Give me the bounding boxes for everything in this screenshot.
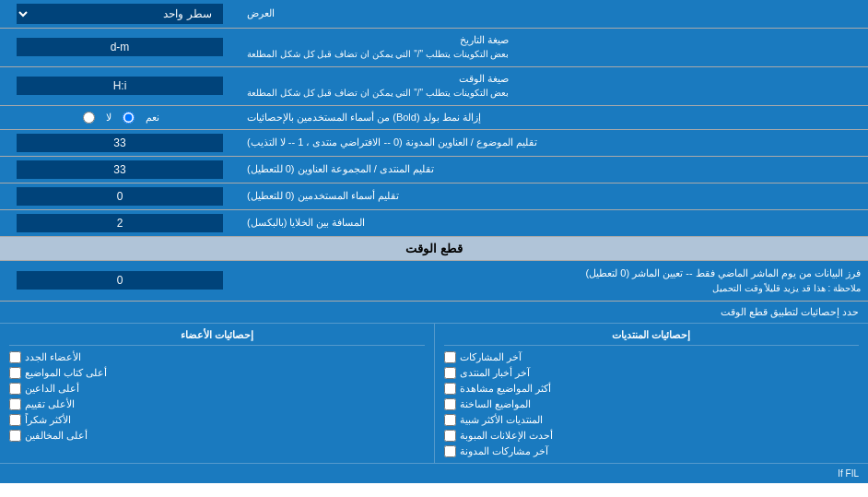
member-stats-header: إحصائيات الأعضاء	[9, 327, 425, 346]
checkbox-hot-topics: المواضيع الساخنة	[444, 396, 860, 412]
time-format-row: صيغة الوقتبعض التكوينات يتطلب "/" التي ي…	[0, 67, 868, 106]
col-divider	[434, 324, 435, 463]
topics-titles-row: تقليم الموضوع / العناوين المدونة (0 -- ا…	[0, 130, 868, 157]
realtime-section-header: قطع الوقت	[0, 237, 868, 261]
checkbox-top-inviters-input[interactable]	[9, 383, 21, 395]
top-row: العرض سطر واحد سطرين ثلاثة أسطر	[0, 0, 868, 29]
cell-spacing-field[interactable]	[17, 214, 222, 232]
bold-remove-options: نعم لا	[0, 106, 240, 129]
checkbox-top-inviters: أعلى الداعين	[9, 381, 425, 396]
usernames-field[interactable]	[17, 187, 222, 206]
checkbox-similar-forums-input[interactable]	[444, 414, 456, 426]
checkbox-section: إحصائيات المنتديات آخر المشاركات آخر أخب…	[0, 324, 868, 463]
checkbox-top-violators-input[interactable]	[9, 430, 21, 442]
realtime-field[interactable]	[17, 271, 222, 290]
checkbox-similar-forums: المنتديات الأكثر شبية	[444, 412, 860, 428]
checkbox-forum-news: آخر أخبار المنتدى	[444, 365, 860, 381]
bold-yes-radio[interactable]	[123, 112, 135, 124]
checkbox-hot-topics-input[interactable]	[444, 398, 456, 410]
cell-spacing-label: المسافة بين الخلايا (بالبكسل)	[240, 210, 868, 236]
stats-apply-spacer	[0, 302, 240, 323]
forum-group-field[interactable]	[17, 160, 222, 179]
date-format-input[interactable]	[0, 29, 240, 66]
date-format-label: صيغة التاريخبعض التكوينات يتطلب "/" التي…	[240, 29, 868, 66]
checkbox-new-members-input[interactable]	[9, 351, 21, 363]
checkbox-blog-posts-input[interactable]	[444, 445, 456, 457]
usernames-row: تقليم أسماء المستخدمين (0 للتعطيل)	[0, 183, 868, 210]
checkbox-top-violators: أعلى المخالفين	[9, 428, 425, 444]
checkbox-top-writers-input[interactable]	[9, 367, 21, 379]
bold-remove-row: إزالة نمط بولد (Bold) من أسماء المستخدمي…	[0, 106, 868, 130]
checkbox-highest-rated: الأعلى تقييم	[9, 396, 425, 412]
forum-stats-col: إحصائيات المنتديات آخر المشاركات آخر أخب…	[435, 324, 869, 463]
stats-apply-label: حدد إحصائيات لتطبيق قطع الوقت	[240, 302, 868, 323]
topics-titles-field[interactable]	[17, 134, 222, 152]
date-format-row: صيغة التاريخبعض التكوينات يتطلب "/" التي…	[0, 29, 868, 67]
checkbox-classified-ads-input[interactable]	[444, 430, 456, 442]
forum-group-label: تقليم المنتدى / المجموعة العناوين (0 للت…	[240, 157, 868, 183]
checkbox-top-writers: أعلى كتاب المواضيع	[9, 365, 425, 381]
member-stats-col: إحصائيات الأعضاء الأعضاء الجدد أعلى كتاب…	[0, 324, 434, 463]
topics-titles-label: تقليم الموضوع / العناوين المدونة (0 -- ا…	[240, 130, 868, 156]
forum-group-row: تقليم المنتدى / المجموعة العناوين (0 للت…	[0, 157, 868, 183]
bold-yes-label: نعم	[146, 112, 159, 124]
checkbox-most-thanked: الأكثر شكراً	[9, 412, 425, 428]
checkbox-blog-posts: آخر مشاركات المدونة	[444, 444, 860, 459]
time-format-field[interactable]	[17, 77, 222, 95]
usernames-input[interactable]	[0, 183, 240, 209]
checkbox-forum-news-input[interactable]	[444, 367, 456, 379]
time-format-input[interactable]	[0, 67, 240, 105]
checkbox-most-thanked-input[interactable]	[9, 414, 21, 426]
bold-no-radio[interactable]	[83, 112, 95, 124]
realtime-label: فرز البيانات من يوم الماشر الماضي فقط --…	[240, 261, 868, 301]
checkbox-last-posts-input[interactable]	[444, 351, 456, 363]
checkbox-most-viewed: أكثر المواضيع مشاهدة	[444, 381, 860, 396]
checkbox-highest-rated-input[interactable]	[9, 398, 21, 410]
stats-apply-row: حدد إحصائيات لتطبيق قطع الوقت	[0, 302, 868, 324]
cell-spacing-input[interactable]	[0, 210, 240, 236]
cell-spacing-row: المسافة بين الخلايا (بالبكسل)	[0, 210, 868, 237]
forum-stats-header: إحصائيات المنتديات	[444, 327, 860, 346]
checkbox-last-posts: آخر المشاركات	[444, 349, 860, 365]
bold-no-label: لا	[106, 112, 111, 124]
topics-titles-input[interactable]	[0, 130, 240, 156]
top-select[interactable]: سطر واحد سطرين ثلاثة أسطر	[17, 4, 222, 24]
top-row-input[interactable]: سطر واحد سطرين ثلاثة أسطر	[0, 0, 240, 28]
realtime-input[interactable]	[0, 261, 240, 301]
realtime-row: فرز البيانات من يوم الماشر الماضي فقط --…	[0, 261, 868, 302]
top-row-label: العرض	[240, 2, 868, 25]
forum-group-input[interactable]	[0, 157, 240, 183]
footer-note: If FIL	[0, 463, 868, 483]
checkbox-classified-ads: أحدث الإعلانات المبوبة	[444, 428, 860, 444]
date-format-field[interactable]	[17, 38, 222, 56]
bold-remove-label: إزالة نمط بولد (Bold) من أسماء المستخدمي…	[240, 106, 868, 129]
time-format-label: صيغة الوقتبعض التكوينات يتطلب "/" التي ي…	[240, 67, 868, 105]
bold-radio-group: نعم لا	[72, 112, 169, 124]
usernames-label: تقليم أسماء المستخدمين (0 للتعطيل)	[240, 183, 868, 209]
checkbox-most-viewed-input[interactable]	[444, 383, 456, 395]
checkbox-new-members: الأعضاء الجدد	[9, 349, 425, 365]
